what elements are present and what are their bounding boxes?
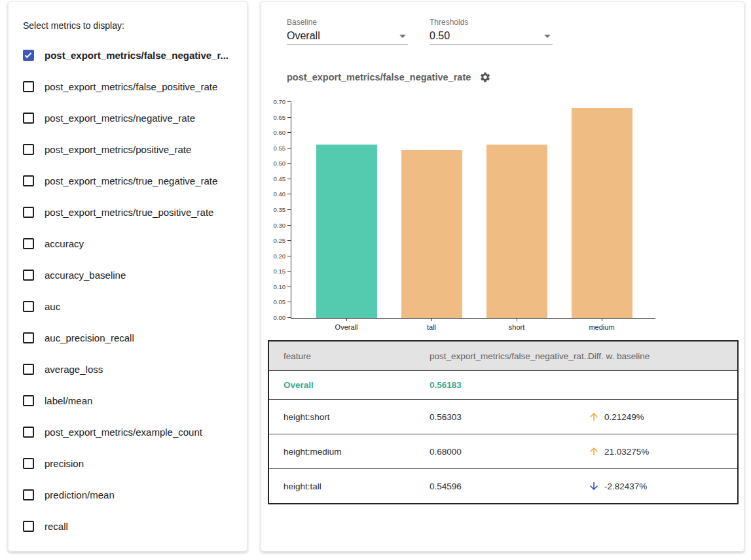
bar-Overall[interactable]	[316, 145, 377, 318]
table-row: Overall0.56183	[269, 370, 737, 399]
metric-item[interactable]: average_loss	[23, 353, 238, 385]
x-axis-tick	[431, 318, 432, 321]
metric-item[interactable]: post_export_metrics/false_negative_r...	[23, 39, 238, 71]
diff-cell: 0.21249%	[585, 411, 737, 423]
y-axis-tick-label: 0.20	[274, 253, 286, 260]
table-row: height:tall0.54596-2.82437%	[269, 468, 737, 503]
baseline-select-value: Overall	[287, 30, 320, 42]
y-axis-tick: 0.15	[287, 271, 291, 271]
metric-label: post_export_metrics/negative_rate	[45, 113, 195, 124]
metric-label: post_export_metrics/true_positive_rate	[45, 207, 213, 218]
metric-label: prediction/mean	[45, 489, 115, 500]
y-axis-tick-label: 0.45	[274, 175, 286, 183]
diff-value: 21.03275%	[604, 447, 649, 457]
metric-item[interactable]: recall	[23, 510, 238, 542]
metric-label: average_loss	[45, 364, 103, 375]
checkbox-unchecked-icon[interactable]	[23, 144, 34, 155]
arrow-down-icon	[588, 480, 600, 492]
thresholds-select-value: 0.50	[430, 30, 450, 42]
metric-item[interactable]: post_export_metrics/false_positive_rate	[23, 71, 238, 102]
baseline-select[interactable]: Baseline Overall	[287, 18, 408, 45]
metric-item[interactable]: precision	[23, 447, 238, 479]
metric-item[interactable]: auc	[23, 290, 238, 322]
checkbox-unchecked-icon[interactable]	[23, 238, 34, 249]
y-axis-tick: 0.25	[287, 240, 291, 241]
checkbox-unchecked-icon[interactable]	[23, 427, 34, 438]
y-axis-tick: 0.20	[287, 256, 291, 256]
y-axis-tick-label: 0.35	[274, 206, 286, 213]
y-axis-tick-label: 0.00	[274, 314, 286, 321]
bar-medium[interactable]	[572, 108, 632, 318]
checkbox-unchecked-icon[interactable]	[23, 521, 34, 532]
metric-item[interactable]: accuracy	[23, 228, 238, 259]
thresholds-select[interactable]: Thresholds 0.50	[430, 18, 553, 45]
y-axis-tick-label: 0.30	[274, 222, 286, 229]
table-row: height:short0.563030.21249%	[269, 399, 737, 434]
metric-item[interactable]: post_export_metrics/true_positive_rate	[23, 196, 238, 228]
y-axis-tick-label: 0.05	[274, 298, 286, 306]
y-axis-tick-label: 0.50	[274, 160, 286, 167]
checkbox-unchecked-icon[interactable]	[23, 489, 34, 500]
metric-label: accuracy_baseline	[45, 270, 126, 281]
table-header-metric: post_export_metrics/false_negative_rat..…	[430, 351, 585, 361]
metric-item[interactable]: prediction/mean	[23, 479, 238, 510]
y-axis-tick: 0.45	[287, 179, 291, 179]
metric-list: post_export_metrics/false_negative_r...p…	[23, 39, 238, 542]
arrow-up-icon	[588, 446, 600, 457]
baseline-select-label: Baseline	[287, 18, 408, 27]
metric-select-title: Select metrics to display:	[23, 20, 238, 31]
metric-select-panel: Select metrics to display: post_export_m…	[8, 1, 247, 551]
metric-item[interactable]: post_export_metrics/negative_rate	[23, 102, 238, 133]
metric-item[interactable]: auc_precision_recall	[23, 322, 238, 353]
y-axis-tick-label: 0.15	[274, 268, 286, 275]
checkbox-checked-icon[interactable]	[23, 50, 34, 61]
checkbox-unchecked-icon[interactable]	[23, 175, 34, 186]
chevron-down-icon	[544, 35, 551, 38]
metric-item[interactable]: label/mean	[23, 385, 238, 416]
diff-value: 0.21249%	[604, 412, 644, 422]
x-axis-label: Overall	[335, 323, 358, 331]
metric-label: post_export_metrics/false_negative_r...	[45, 50, 229, 61]
y-axis-tick-label: 0.65	[274, 114, 286, 121]
x-axis-tick	[517, 318, 517, 321]
metric-value-cell: 0.68000	[430, 447, 585, 457]
metric-label: precision	[45, 458, 84, 469]
arrow-up-icon	[588, 411, 600, 423]
chevron-down-icon	[399, 35, 406, 38]
metric-label: post_export_metrics/positive_rate	[45, 144, 191, 155]
metric-item[interactable]: post_export_metrics/positive_rate	[23, 133, 238, 165]
metric-item[interactable]: accuracy_baseline	[23, 259, 238, 290]
bar-chart: 0.000.050.100.150.200.250.300.350.400.45…	[291, 103, 655, 319]
y-axis-tick: 0.35	[287, 209, 291, 210]
y-axis-tick: 0.70	[287, 101, 291, 102]
y-axis-tick-label: 0.60	[274, 129, 286, 136]
bar-short[interactable]	[486, 145, 547, 318]
metric-label: recall	[45, 521, 68, 532]
checkbox-unchecked-icon[interactable]	[23, 364, 34, 375]
checkbox-unchecked-icon[interactable]	[23, 458, 34, 469]
settings-gear-icon[interactable]	[479, 71, 491, 83]
checkbox-unchecked-icon[interactable]	[23, 395, 34, 406]
bar-tall[interactable]	[401, 150, 462, 318]
feature-cell: height:tall	[269, 481, 430, 491]
checkbox-unchecked-icon[interactable]	[23, 332, 34, 343]
metric-label: auc_precision_recall	[45, 332, 134, 343]
checkbox-unchecked-icon[interactable]	[23, 81, 34, 92]
x-axis-tick	[346, 318, 347, 321]
y-axis-tick: 0.50	[287, 163, 291, 164]
table-row: height:medium0.6800021.03275%	[269, 434, 737, 468]
results-panel: Baseline Overall Thresholds 0.50 post_ex…	[261, 1, 744, 551]
table-header-row: feature post_export_metrics/false_negati…	[269, 341, 737, 370]
metric-item[interactable]: post_export_metrics/example_count	[23, 416, 238, 447]
feature-cell: height:medium	[269, 447, 430, 457]
y-axis-tick-label: 0.25	[274, 237, 286, 244]
y-axis-tick: 0.00	[287, 317, 291, 318]
checkbox-unchecked-icon[interactable]	[23, 301, 34, 312]
table-header-diff: Diff. w. baseline	[585, 351, 737, 361]
metric-value-cell: 0.56303	[430, 412, 585, 422]
metric-label: post_export_metrics/example_count	[45, 427, 202, 438]
metric-item[interactable]: post_export_metrics/true_negative_rate	[23, 165, 238, 196]
checkbox-unchecked-icon[interactable]	[23, 207, 34, 218]
checkbox-unchecked-icon[interactable]	[23, 270, 34, 281]
checkbox-unchecked-icon[interactable]	[23, 113, 34, 124]
